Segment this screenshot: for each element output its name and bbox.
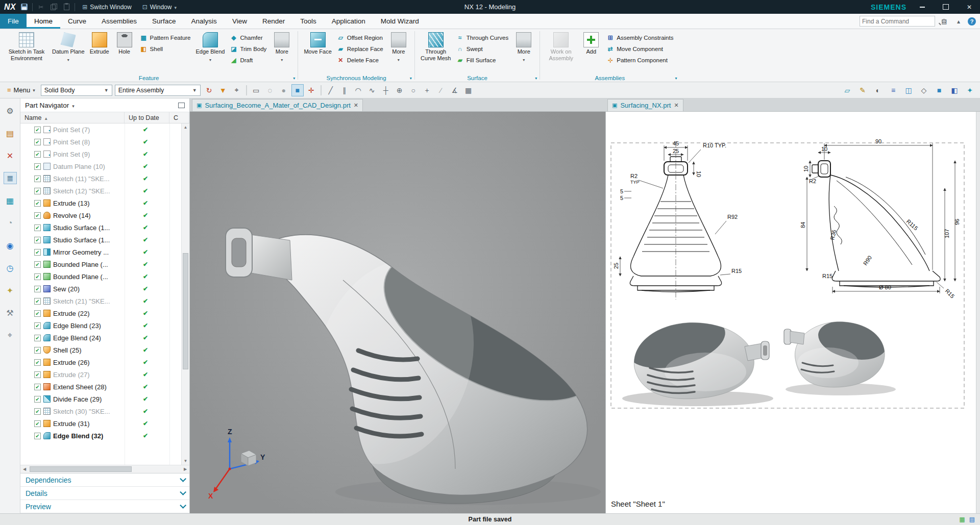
sketch-in-task-button[interactable]: Sketch in Task Environment [4, 31, 49, 62]
visibility-checkbox[interactable] [34, 200, 41, 207]
scroll-down-icon[interactable]: ▼ [182, 457, 189, 465]
tree-row[interactable]: Studio Surface (1... [20, 221, 189, 234]
tree-row[interactable]: Extrude (27) [20, 368, 189, 381]
lasso-select-icon[interactable]: ◌ [264, 84, 276, 96]
angle-measure-icon[interactable]: ∡ [449, 84, 461, 96]
visibility-checkbox[interactable] [34, 212, 41, 219]
grid-icon[interactable]: ▦ [462, 84, 475, 96]
axis-cross-icon[interactable]: ┼ [380, 84, 392, 96]
status-doc-icon[interactable]: ▤ [969, 516, 975, 523]
maximize-button[interactable] [938, 0, 953, 14]
paste-button[interactable] [62, 3, 71, 12]
arc-tool-icon[interactable]: ◠ [352, 84, 364, 96]
visibility-checkbox[interactable] [34, 151, 41, 158]
visibility-checkbox[interactable] [34, 396, 41, 403]
scroll-up-icon[interactable]: ▲ [182, 123, 189, 131]
move-face-button[interactable]: Move Face [302, 31, 333, 56]
visibility-checkbox[interactable] [34, 322, 41, 329]
ribbon-tab[interactable]: Application [324, 14, 373, 29]
ribbon-tab[interactable]: Analysis [184, 14, 225, 29]
tab-file[interactable]: File [0, 14, 27, 29]
ribbon-tab[interactable]: View [225, 14, 255, 29]
status-grid-icon[interactable]: ▦ [959, 516, 965, 523]
filter-reset-icon[interactable]: ↻ [203, 84, 215, 96]
shell-button[interactable]: ◧ Shell [138, 44, 193, 54]
add-component-button[interactable]: Add [579, 31, 603, 56]
ribbon-tab[interactable]: Mold Wizard [373, 14, 427, 29]
swept-button[interactable]: ∩ Swept [454, 44, 510, 54]
ribbon-tab[interactable]: Assemblies [94, 14, 144, 29]
pattern-feature-button[interactable]: ▦ Pattern Feature [138, 33, 193, 43]
find-command-input[interactable] [862, 18, 941, 25]
web-browser-icon[interactable]: ◉ [4, 239, 17, 252]
visibility-checkbox[interactable] [34, 224, 41, 231]
tree-row[interactable]: Extrude (31) [20, 417, 189, 430]
tree-row[interactable]: Edge Blend (24) [20, 332, 189, 344]
save-button[interactable] [19, 3, 29, 12]
process-studio-icon[interactable]: ✦ [4, 284, 17, 296]
constraint-navigator-icon[interactable]: ✕ [4, 149, 17, 162]
tree-row[interactable]: Extend Sheet (28) [20, 381, 189, 393]
visibility-checkbox[interactable] [34, 310, 41, 317]
minimize-button[interactable] [915, 0, 930, 14]
close-button[interactable] [962, 0, 977, 14]
slash-tool-icon[interactable]: ∕ [435, 84, 447, 96]
tree-row[interactable]: Point Set (8) [20, 136, 189, 148]
plus-tool-icon[interactable]: + [421, 84, 433, 96]
tree-row[interactable]: Extrude (26) [20, 356, 189, 368]
scrollbar-thumb[interactable] [183, 253, 188, 369]
tree-row[interactable]: Bounded Plane (... [20, 258, 189, 270]
parallel-line-icon[interactable]: ∥ [338, 84, 351, 96]
feature-more-button[interactable]: More [270, 31, 293, 63]
sphere-select-icon[interactable]: ● [278, 84, 290, 96]
visibility-checkbox[interactable] [34, 163, 41, 170]
ribbon-tab[interactable]: Home [27, 14, 60, 29]
assembly-constraints-button[interactable]: ⊞ Assembly Constraints [604, 33, 675, 43]
move-component-button[interactable]: ⇄ Move Component [604, 44, 675, 54]
horizontal-scrollbar[interactable]: ◀ ▶ [20, 465, 189, 473]
visibility-checkbox[interactable] [34, 176, 41, 182]
fill-surface-button[interactable]: ▰ Fill Surface [454, 55, 510, 65]
type-filter-dropdown[interactable]: Solid Body ▼ [41, 85, 112, 96]
sketch-mini-icon[interactable]: ✎ [856, 84, 869, 96]
tree-row[interactable]: Point Set (7) [20, 123, 189, 136]
close-tab-icon[interactable] [354, 102, 358, 109]
tree-row[interactable]: Extrude (22) [20, 307, 189, 319]
visibility-checkbox[interactable] [34, 420, 41, 427]
part-tab-right[interactable]: ▣ Surfacing_NX.prt [607, 99, 683, 111]
layer-settings-icon[interactable]: ≡ [887, 84, 899, 96]
visibility-checkbox[interactable] [34, 273, 41, 280]
tree-row[interactable]: Edge Blend (32) [20, 430, 189, 442]
right-scrollbar[interactable] [976, 112, 980, 513]
interpart-select-icon[interactable]: ▼ [217, 84, 229, 96]
through-curve-mesh-button[interactable]: Through Curve Mesh [419, 31, 453, 62]
drafting-window[interactable]: 45 25 R10 TYP. R2 TYP 5 5 25 R92 R15 10 [605, 112, 980, 513]
visibility-checkbox[interactable] [34, 298, 41, 305]
assembly-navigator-icon[interactable]: ▤ [4, 127, 17, 139]
touch-explore-icon[interactable]: ⌖ [4, 329, 17, 341]
extrude-button[interactable]: Extrude [88, 31, 111, 56]
trim-body-button[interactable]: ◪ Trim Body [228, 44, 268, 54]
ribbon-tab[interactable]: Tools [292, 14, 324, 29]
scroll-left-icon[interactable]: ◀ [20, 465, 29, 473]
part-tab-main[interactable]: ▣ Surfacing_Become_A_Mater_of_CAD_Design… [192, 99, 363, 111]
help-icon[interactable]: ? [968, 17, 976, 26]
tree-row[interactable]: Extrude (13) [20, 197, 189, 209]
chevron-down-icon[interactable] [72, 102, 75, 109]
separator[interactable] [321, 85, 322, 95]
window-split-icon[interactable]: ◫ [902, 84, 915, 96]
window-menu-button[interactable]: ⊡ Window [139, 0, 180, 14]
rect-select-icon[interactable]: ▭ [250, 84, 262, 96]
line-tool-icon[interactable]: ╱ [325, 84, 337, 96]
tree-row[interactable]: Revolve (14) [20, 209, 189, 221]
tree-row[interactable]: Sketch (30) "SKE... [20, 405, 189, 417]
visibility-checkbox[interactable] [34, 408, 41, 415]
tree-row[interactable]: Edge Blend (23) [20, 319, 189, 332]
visibility-checkbox[interactable] [34, 347, 41, 354]
column-comment[interactable]: C [169, 112, 189, 123]
visibility-checkbox[interactable] [34, 286, 41, 292]
collapsible-section[interactable]: Preview [20, 500, 189, 513]
reuse-library-icon[interactable]: ▦ [4, 194, 17, 207]
replace-face-button[interactable]: ▰ Replace Face [335, 44, 385, 54]
part-navigator-icon[interactable]: ≣ [4, 172, 17, 184]
